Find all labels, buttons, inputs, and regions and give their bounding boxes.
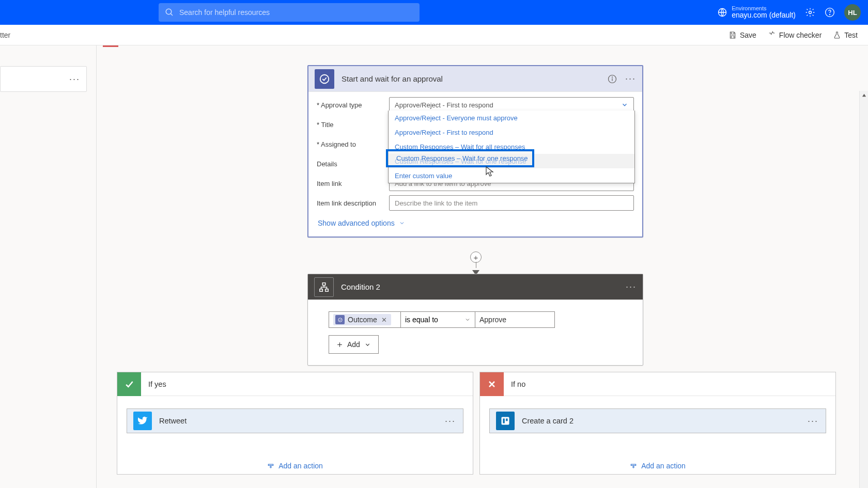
label-assigned-to: Assigned to	[317, 140, 389, 148]
condition-operator-select[interactable]: is equal to	[400, 311, 475, 328]
search-placeholder: Search for helpful resources	[179, 8, 270, 17]
card-menu-icon[interactable]: ···	[626, 281, 637, 292]
card-menu-icon[interactable]: ···	[808, 416, 818, 427]
test-button[interactable]: Test	[833, 31, 858, 39]
trello-action-card[interactable]: Create a card 2 ···	[489, 408, 826, 433]
svg-marker-27	[862, 94, 865, 97]
breadcrumb-fragment: tter	[0, 31, 10, 39]
svg-point-13	[338, 318, 342, 321]
svg-rect-16	[269, 464, 273, 465]
condition-value-input[interactable]: Approve	[475, 311, 555, 328]
flow-checker-icon	[768, 31, 776, 39]
app-header: Search for helpful resources Environment…	[0, 0, 868, 25]
svg-rect-22	[503, 418, 505, 423]
condition-card: Condition 2 ··· Outcome ✕ is equal to	[307, 274, 643, 366]
card-menu-icon[interactable]: ···	[625, 73, 636, 84]
chevron-down-icon	[399, 220, 405, 226]
card-menu-icon[interactable]: ···	[445, 416, 456, 427]
svg-rect-24	[631, 464, 636, 465]
svg-point-9	[612, 76, 613, 77]
dropdown-option[interactable]: Custom Responses – Wait for all response…	[389, 139, 634, 154]
save-button[interactable]: Save	[729, 31, 756, 39]
settings-icon[interactable]	[805, 7, 815, 18]
condition-card-header[interactable]: Condition 2 ···	[308, 274, 643, 300]
info-icon[interactable]	[608, 74, 617, 84]
user-avatar[interactable]: HL	[844, 4, 861, 21]
label-details: Details	[317, 160, 389, 168]
chevron-down-icon	[464, 317, 471, 323]
tab-indicator	[103, 45, 118, 47]
flow-canvas[interactable]: ··· Start and wait for an approval ··· A…	[0, 45, 868, 488]
trello-icon	[496, 412, 515, 430]
ellipsis-icon[interactable]: ···	[69, 74, 80, 85]
svg-point-5	[830, 14, 830, 15]
add-step-button[interactable]: +	[470, 251, 482, 263]
svg-point-3	[809, 11, 812, 14]
svg-point-6	[320, 74, 329, 83]
item-link-desc-input[interactable]: Describe the link to the item	[389, 195, 634, 211]
label-item-link-desc: Item link description	[317, 199, 389, 207]
approval-icon	[315, 69, 334, 89]
if-no-branch: If no Create a card 2 ··· Add an action	[479, 372, 836, 475]
svg-rect-23	[506, 418, 508, 421]
save-icon	[729, 31, 737, 39]
outcome-token-icon	[335, 315, 345, 324]
add-condition-button[interactable]: Add	[329, 335, 379, 354]
flow-checker-button[interactable]: Flow checker	[768, 31, 822, 39]
environment-picker[interactable]: Environments enayu.com (default)	[717, 5, 796, 19]
twitter-icon	[133, 412, 152, 430]
command-bar: tter Save Flow checker Test	[0, 25, 868, 45]
label-title: Title	[317, 121, 389, 129]
add-action-icon	[267, 462, 274, 469]
add-action-yes[interactable]: Add an action	[127, 462, 463, 470]
condition-left-operand[interactable]: Outcome ✕	[329, 311, 401, 328]
svg-rect-10	[322, 282, 326, 285]
scroll-up-icon[interactable]	[860, 91, 868, 100]
dropdown-option[interactable]: Custom Responses – Wait for one response	[389, 154, 634, 168]
approval-card-title: Start and wait for an approval	[342, 74, 443, 83]
search-input[interactable]: Search for helpful resources	[159, 3, 420, 22]
remove-token-icon[interactable]: ✕	[381, 316, 387, 324]
approval-card-header[interactable]: Start and wait for an approval ···	[308, 66, 642, 92]
panel-divider	[96, 45, 97, 488]
condition-card-title: Condition 2	[341, 282, 380, 291]
vertical-scrollbar[interactable]	[859, 91, 868, 488]
test-icon	[833, 31, 841, 39]
chevron-down-icon	[364, 341, 371, 348]
if-yes-header[interactable]: If yes	[117, 372, 473, 396]
dropdown-option[interactable]: Approve/Reject - First to respond	[389, 125, 634, 139]
dropdown-option[interactable]: Enter custom value	[389, 168, 634, 183]
chevron-down-icon	[621, 101, 628, 108]
env-name: enayu.com (default)	[732, 11, 796, 19]
search-icon	[165, 8, 174, 17]
svg-rect-11	[320, 289, 323, 291]
label-approval-type: Approval type	[317, 101, 389, 109]
label-item-link: Item link	[317, 180, 389, 187]
close-icon	[480, 372, 504, 396]
if-no-header[interactable]: If no	[480, 372, 835, 396]
help-icon[interactable]	[825, 7, 835, 18]
svg-line-1	[171, 13, 173, 15]
add-action-icon	[630, 462, 637, 469]
svg-point-0	[166, 9, 172, 14]
approval-type-dropdown: Approve/Reject - Everyone must approve A…	[388, 111, 635, 183]
condition-icon	[314, 277, 334, 297]
environment-icon	[717, 7, 727, 18]
plus-icon	[336, 341, 343, 348]
check-icon	[117, 372, 141, 396]
add-action-no[interactable]: Add an action	[489, 462, 826, 470]
if-yes-branch: If yes Retweet ··· Add an action	[117, 372, 473, 475]
header-right: Environments enayu.com (default) HL	[717, 4, 861, 21]
retweet-action-card[interactable]: Retweet ···	[127, 408, 463, 433]
svg-rect-12	[326, 289, 329, 291]
collapsed-trigger-card[interactable]: ···	[0, 66, 87, 92]
show-advanced-options[interactable]: Show advanced options	[317, 215, 634, 233]
dropdown-option[interactable]: Approve/Reject - Everyone must approve	[389, 111, 634, 125]
